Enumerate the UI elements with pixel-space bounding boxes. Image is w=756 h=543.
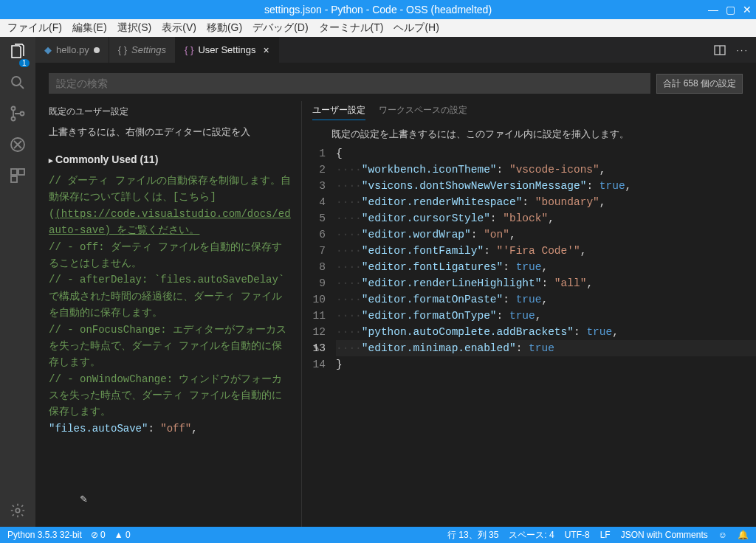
source-control-icon[interactable] (9, 105, 27, 122)
extensions-icon[interactable] (9, 167, 27, 184)
status-indent[interactable]: スペース: 4 (509, 529, 554, 542)
svg-point-3 (21, 112, 24, 116)
status-python[interactable]: Python 3.5.3 32-bit (7, 530, 82, 540)
status-errors[interactable]: ⊘ 0 (91, 530, 106, 540)
status-encoding[interactable]: UTF-8 (565, 530, 590, 540)
window-title: settings.json - Python - Code - OSS (hea… (264, 4, 492, 15)
tab-workspace-scope[interactable]: ワークスペースの設定 (379, 104, 467, 120)
tab-settings[interactable]: { } Settings (109, 37, 176, 63)
status-language[interactable]: JSON with Comments (621, 530, 708, 540)
settings-search-input[interactable] (49, 73, 650, 94)
activity-bar: 1 (0, 37, 35, 527)
editor-tabs: ◆ hello.py { } Settings { } User Setting… (35, 37, 756, 63)
menu-terminal[interactable]: ターミナル(T) (316, 21, 387, 35)
doc-link[interactable]: (https://code.visualstudio.com/docs/edit… (49, 208, 291, 236)
svg-point-1 (12, 107, 16, 111)
svg-point-0 (12, 77, 21, 86)
status-bell-icon[interactable]: 🔔 (738, 530, 749, 540)
window-minimize[interactable]: — (708, 4, 718, 15)
menu-go[interactable]: 移動(G) (204, 21, 245, 35)
overwrite-hint: 上書きするには、右側のエディターに設定を入 (49, 122, 291, 146)
edit-pencil-icon[interactable]: ✎ (80, 494, 88, 505)
tab-label: User Settings (198, 44, 255, 55)
close-icon[interactable]: × (263, 44, 269, 56)
python-icon: ◆ (44, 44, 52, 55)
settings-count: 合計 658 個の設定 (656, 74, 743, 94)
window-maximize[interactable]: ▢ (726, 4, 735, 15)
svg-rect-7 (11, 176, 17, 182)
status-warnings[interactable]: ▲ 0 (114, 530, 131, 540)
status-eol[interactable]: LF (600, 530, 611, 540)
status-cursor-pos[interactable]: 行 13、列 35 (447, 529, 498, 542)
svg-rect-5 (11, 169, 17, 175)
tab-user-settings[interactable]: { } User Settings × (176, 37, 279, 63)
search-icon[interactable] (9, 74, 27, 91)
user-settings-pane: ユーザー設定 ワークスペースの設定 既定の設定を上書きするには、このファイル内に… (301, 101, 756, 527)
tab-label: hello.py (56, 44, 89, 55)
dirty-indicator-icon (94, 47, 100, 53)
menu-help[interactable]: ヘルプ(H) (391, 21, 441, 35)
comment-line: // ダーティ ファイルの自動保存を制御します。自動保存について詳しくは、[こち… (49, 173, 291, 206)
explorer-icon[interactable] (9, 43, 27, 60)
editor-area: ◆ hello.py { } Settings { } User Setting… (35, 37, 756, 527)
code-lines[interactable]: {····"workbench.iconTheme": "vscode-icon… (336, 145, 756, 527)
braces-icon: { } (118, 44, 127, 55)
menu-bar: ファイル(F) 編集(E) 選択(S) 表示(V) 移動(G) デバッグ(D) … (0, 19, 756, 37)
default-settings-pane: 既定のユーザー設定 上書きするには、右側のエディターに設定を入 Commonly… (35, 101, 301, 527)
default-settings-content[interactable]: // ダーティ ファイルの自動保存を制御します。自動保存について詳しくは、[こち… (49, 173, 291, 437)
svg-rect-6 (18, 169, 24, 175)
line-gutter: 1234567891011121314 (302, 145, 336, 527)
menu-view[interactable]: 表示(V) (159, 21, 199, 35)
status-feedback-icon[interactable]: ☺ (718, 530, 727, 540)
menu-edit[interactable]: 編集(E) (69, 21, 110, 35)
section-commonly-used[interactable]: Commonly Used (11) (49, 146, 291, 173)
window-titlebar: settings.json - Python - Code - OSS (hea… (0, 0, 756, 19)
default-settings-header: 既定のユーザー設定 (49, 101, 291, 122)
explorer-badge: 1 (19, 59, 30, 67)
menu-file[interactable]: ファイル(F) (4, 21, 65, 35)
default-setting-kv: "files.autoSave": "off", (49, 421, 291, 437)
settings-gear-icon[interactable] (9, 502, 27, 519)
comment-line: // - afterDelay: `files.autoSaveDelay` で… (49, 272, 291, 321)
status-bar: Python 3.5.3 32-bit ⊘ 0 ▲ 0 行 13、列 35 スペ… (0, 527, 756, 543)
svg-point-8 (16, 508, 20, 513)
comment-line: // - off: ダーティ ファイルを自動的に保存することはしません。 (49, 239, 291, 272)
comment-line: // - onFocusChange: エディターがフォーカスを失った時点で、ダ… (49, 322, 291, 371)
menu-selection[interactable]: 選択(S) (114, 21, 155, 35)
tab-hello-py[interactable]: ◆ hello.py (35, 37, 109, 63)
tab-user-scope[interactable]: ユーザー設定 (312, 104, 365, 120)
comment-line: ((https://code.visualstudio.com/docs/edi… (49, 206, 291, 239)
menu-debug[interactable]: デバッグ(D) (250, 21, 311, 35)
comment-line: // - onWindowChange: ウィンドウがフォーカスを失った時点で、… (49, 371, 291, 421)
braces-icon: { } (185, 44, 193, 55)
more-icon[interactable]: ··· (736, 44, 749, 55)
split-editor-icon[interactable] (714, 44, 726, 56)
user-settings-hint: 既定の設定を上書きするには、このファイル内に設定を挿入します。 (302, 123, 756, 145)
settings-editor[interactable]: 1234567891011121314 {····"workbench.icon… (302, 145, 756, 527)
tab-label: Settings (131, 44, 166, 55)
svg-point-2 (12, 117, 16, 121)
window-close[interactable]: ✕ (743, 4, 752, 15)
debug-icon[interactable] (9, 136, 27, 153)
